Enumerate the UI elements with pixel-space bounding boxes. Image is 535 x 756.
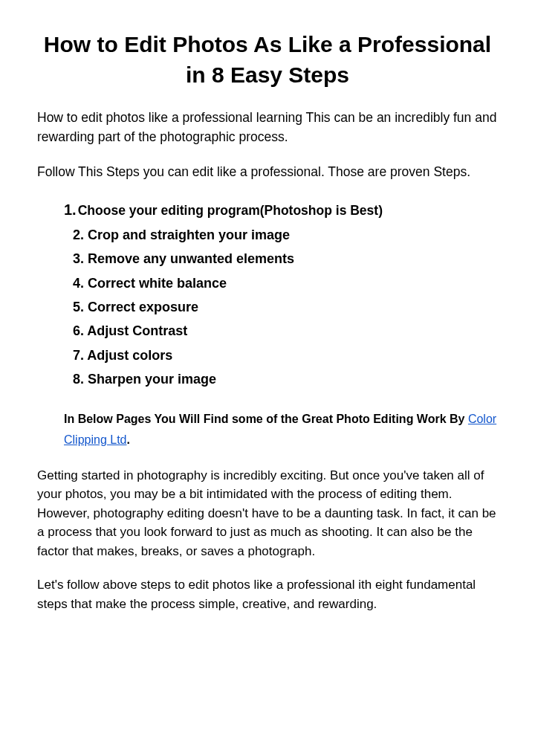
step-item-5: 5. Correct exposure xyxy=(73,295,498,319)
callout-suffix: . xyxy=(127,433,130,446)
step-item-2: 2. Crop and straighten your image xyxy=(73,223,498,247)
step-item-8: 8. Sharpen your image xyxy=(73,367,498,391)
body-paragraph-1: Getting started in photography is incred… xyxy=(37,466,498,561)
step-number: 1. xyxy=(64,196,77,223)
page-title: How to Edit Photos As Like a Professiona… xyxy=(37,30,498,90)
body-paragraph-2: Let's follow above steps to edit photos … xyxy=(37,575,498,613)
steps-list: 1. Choose your editing program(Photoshop… xyxy=(64,196,498,392)
callout-paragraph: In Below Pages You Will Find some of the… xyxy=(64,409,498,449)
callout-prefix: In Below Pages You Will Find some of the… xyxy=(64,413,468,425)
intro-paragraph-1: How to edit photos like a professional l… xyxy=(37,108,498,147)
step-item-7: 7. Adjust colors xyxy=(73,343,498,367)
step-item-3: 3. Remove any unwanted elements xyxy=(73,247,498,271)
intro-paragraph-2: Follow This Steps you can edit like a pr… xyxy=(37,162,498,181)
step-item-1: 1. Choose your editing program(Photoshop… xyxy=(64,196,498,223)
step-item-6: 6. Adjust Contrast xyxy=(73,319,498,343)
step-item-4: 4. Correct white balance xyxy=(73,271,498,295)
step-text: Choose your editing program(Photoshop is… xyxy=(78,199,383,223)
